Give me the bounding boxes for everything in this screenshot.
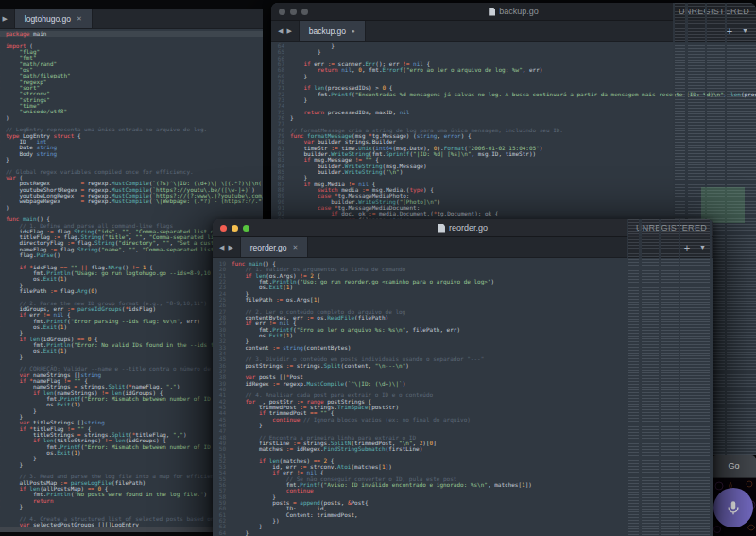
minimap-viewport (701, 187, 745, 223)
tab-logtohugo[interactable]: logtohugo.go ✕ (15, 9, 93, 28)
tab-nav-arrows: ◀ ▶ (0, 9, 15, 28)
line-number: 64 (213, 530, 232, 536)
minimize-window-button[interactable] (232, 225, 238, 232)
tab-nav-arrows: ◀ ▶ (213, 237, 241, 257)
nav-back-icon[interactable]: ◀ (219, 244, 224, 251)
nav-back-icon[interactable]: ◀ (278, 27, 283, 35)
go-key-label: Go (728, 461, 739, 471)
flower-artwork (712, 478, 756, 536)
document-icon (489, 8, 495, 16)
voice-assistant-panel: Go (712, 455, 756, 536)
nav-forward-icon[interactable]: ▶ (228, 244, 232, 251)
microphone-icon (725, 499, 742, 516)
window-title: reorder.go (449, 223, 488, 233)
tab-backup[interactable]: backup.go ● (300, 21, 366, 41)
zoom-window-button[interactable] (301, 9, 308, 15)
tab-nav-arrows: ◀ ▶ (271, 21, 300, 41)
tabbar-logtohugo: ◀ ▶ logtohugo.go ✕ (0, 9, 263, 29)
modified-dot-icon: ● (352, 28, 355, 34)
traffic-lights (279, 3, 308, 20)
tab-label: logtohugo.go (25, 14, 71, 24)
tab-label: backup.go (309, 26, 346, 36)
close-tab-icon[interactable]: ✕ (293, 244, 299, 251)
nav-forward-icon[interactable]: ▶ (286, 27, 291, 35)
minimize-window-button[interactable] (290, 9, 297, 15)
tab-label: reorder.go (250, 243, 287, 252)
nav-forward-icon[interactable]: ▶ (2, 15, 7, 23)
mic-button[interactable] (713, 488, 753, 527)
close-tab-icon[interactable]: ✕ (77, 15, 82, 23)
document-icon (438, 224, 445, 233)
window-reorder: reorder.go UNREGISTERED ◀ ▶ reorder.go ✕… (213, 219, 713, 536)
go-key-button[interactable]: Go (712, 455, 756, 478)
code-line: 29 webpageRegex = regexp.MustCompile(`\|… (0, 199, 263, 204)
window-title: backup.go (499, 7, 539, 16)
traffic-lights (220, 219, 249, 236)
minimap-reorder[interactable] (627, 219, 712, 536)
close-window-button[interactable] (220, 225, 227, 232)
close-window-button[interactable] (279, 9, 285, 15)
zoom-window-button[interactable] (243, 225, 249, 232)
tab-reorder[interactable]: reorder.go ✕ (241, 237, 309, 257)
